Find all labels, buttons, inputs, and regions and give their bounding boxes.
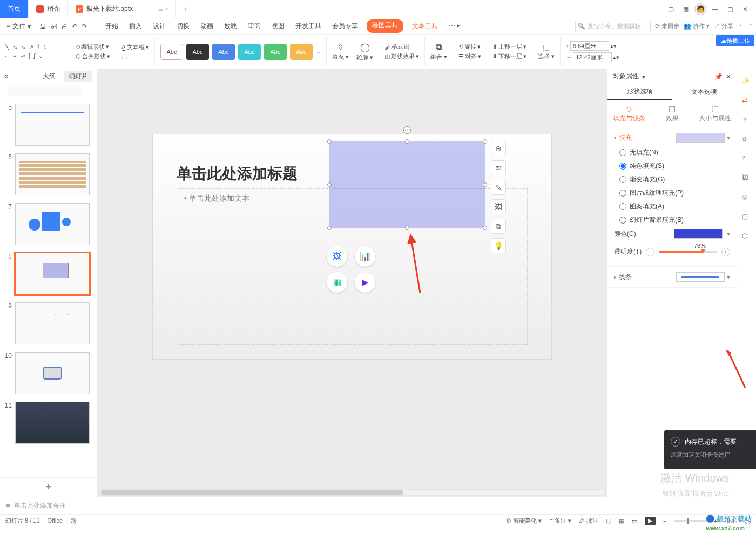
slide[interactable]: 单击此处添加标题 • 单击此处添加文本 ⟳ ⊖ ≋ ✎ 🖼 ⧉ 💡 <box>152 134 552 360</box>
horizontal-scrollbar[interactable] <box>99 489 605 496</box>
tab-home[interactable]: 首页 <box>0 0 29 18</box>
radio-pattern-fill[interactable]: 图案填充(A) <box>619 202 730 211</box>
notes-toggle[interactable]: ≡ 备注 ▾ <box>549 517 571 525</box>
mtab-insert[interactable]: 插入 <box>127 19 144 33</box>
window-layout-icon[interactable]: ▢ <box>664 3 677 16</box>
panel-pin-icon[interactable]: 📌 <box>714 73 723 80</box>
qat-print-icon[interactable]: 🗟 <box>50 23 57 30</box>
float-edit-icon[interactable]: ✎ <box>491 180 506 195</box>
rb-layers-icon[interactable]: ⧉ <box>742 135 752 145</box>
view-normal-icon[interactable]: ▢ <box>606 517 611 524</box>
insert-table-icon[interactable]: ▦ <box>327 272 347 293</box>
thumb-7[interactable] <box>15 203 90 245</box>
resize-handle-n[interactable] <box>405 139 409 144</box>
zoom-out[interactable]: − <box>663 518 666 524</box>
menu-more[interactable]: ⋮ <box>738 23 744 30</box>
slide-title-placeholder[interactable]: 单击此处添加标题 <box>177 164 298 184</box>
section-fill-header[interactable]: 填充 <box>619 133 632 143</box>
thumb-5[interactable] <box>15 104 90 146</box>
radio-bg-fill[interactable]: 幻灯片背景填充(B) <box>619 215 730 225</box>
section-line-header[interactable]: 线条 <box>619 273 632 282</box>
mtab-draw-tool[interactable]: 绘图工具 <box>367 19 403 33</box>
view-slideshow-icon[interactable]: ▶ <box>645 517 656 525</box>
smart-beautify[interactable]: ⚙ 智能美化 ▾ <box>506 517 542 525</box>
mtab-review[interactable]: 审阅 <box>246 19 263 33</box>
thumb-9[interactable]: -------- -------- -------- <box>15 302 90 344</box>
view-reading-icon[interactable]: ▭ <box>632 517 637 524</box>
rb-sparkle-icon[interactable]: ✨ <box>742 77 752 86</box>
rotate-handle[interactable]: ⟳ <box>403 126 411 134</box>
tab-add-button[interactable]: + <box>176 0 194 18</box>
mtab-transition[interactable]: 切换 <box>174 19 192 33</box>
nav-slides-tab[interactable]: 幻灯片 <box>64 71 92 82</box>
thumb-8[interactable] <box>15 253 90 295</box>
subtab-fill-line[interactable]: ◇填充与线条 <box>608 100 651 127</box>
insert-video-icon[interactable]: ▶ <box>355 272 375 293</box>
merge-shape-btn[interactable]: ⬡ 合并形状 ▾ <box>76 52 110 60</box>
send-backward-btn[interactable]: ⬇ 下移一层 ▾ <box>492 52 526 60</box>
mtab-more-icon[interactable]: ⋯ ▸ <box>447 19 462 33</box>
mtab-start[interactable]: 开始 <box>103 19 120 33</box>
float-idea-icon[interactable]: 💡 <box>491 238 506 253</box>
bring-forward-btn[interactable]: ⬆ 上移一层 ▾ <box>492 43 526 51</box>
combine-btn[interactable]: ⧉组合 ▾ <box>430 42 447 61</box>
tab-document[interactable]: P 极光下载站.pptx ☁ • <box>68 0 176 18</box>
rb-cube-icon[interactable]: ⬡ <box>742 232 752 242</box>
resize-handle-w[interactable] <box>327 182 332 187</box>
notes-pane[interactable]: ≣ 单击此处添加备注 <box>0 497 756 514</box>
mtab-view[interactable]: 视图 <box>269 19 287 33</box>
comments-toggle[interactable]: 🖊 批注 <box>579 517 598 525</box>
resize-handle-se[interactable] <box>483 226 487 230</box>
mtab-dev[interactable]: 开发工具 <box>293 19 323 33</box>
textbox-btn[interactable]: A̲ 文本框 ▾ <box>122 43 149 51</box>
window-maximize[interactable]: ▢ <box>724 3 737 16</box>
align-btn[interactable]: ☰ 对齐 ▾ <box>458 52 481 60</box>
apps-icon[interactable]: ▦ <box>679 3 692 16</box>
transparency-decrease[interactable]: − <box>646 248 654 256</box>
nav-outline-tab[interactable]: 大纲 <box>38 71 60 82</box>
style-5[interactable]: Abc <box>264 44 287 60</box>
resize-handle-e[interactable] <box>483 182 487 187</box>
search-input[interactable]: 🔍 查找命令、搜索模板 <box>575 21 651 32</box>
thumb-6[interactable] <box>15 153 90 195</box>
style-3[interactable]: Abc <box>212 44 235 60</box>
rb-help-icon[interactable]: ? <box>742 154 752 164</box>
radio-picture-fill[interactable]: 图片或纹理填充(P) <box>619 188 730 198</box>
thumb-partial[interactable] <box>8 85 82 96</box>
nav-collapse-icon[interactable]: « <box>4 72 8 80</box>
qat-redo-icon[interactable]: ↷ <box>82 23 87 30</box>
select-btn[interactable]: ⬚选择 ▾ <box>538 43 555 60</box>
file-menu[interactable]: ≡ 文件 ▾ <box>3 22 34 31</box>
qat-preview-icon[interactable]: 🖨 <box>61 23 68 30</box>
resize-handle-nw[interactable] <box>327 139 332 144</box>
cloud-upload-button[interactable]: ☁ 拖拽上传 <box>716 35 754 46</box>
avatar[interactable]: 🧑 <box>694 3 706 15</box>
sync-status[interactable]: ⟳ 未同步 <box>655 22 679 30</box>
height-input[interactable]: 6.64厘米 <box>570 41 609 51</box>
rb-target-icon[interactable]: ◎ <box>742 193 752 203</box>
mtab-animation[interactable]: 动画 <box>198 19 215 33</box>
window-minimize[interactable]: — <box>708 3 721 16</box>
color-picker[interactable] <box>674 229 723 239</box>
styles-more[interactable]: ⌄ <box>316 48 321 55</box>
tab-shape-options[interactable]: 形状选项 <box>608 84 672 100</box>
outline-btn[interactable]: ◯轮廓 ▾ <box>356 42 373 62</box>
subtab-effect[interactable]: ◫效果 <box>651 100 694 127</box>
float-collapse-icon[interactable]: ⊖ <box>491 141 506 156</box>
rb-present-icon[interactable]: ▢ <box>742 213 752 222</box>
width-input[interactable]: 12.42厘米 <box>573 52 612 62</box>
line-preview[interactable] <box>676 272 725 282</box>
tab-daoke[interactable]: 稻壳 <box>29 0 68 18</box>
float-layers-icon[interactable]: ≋ <box>491 160 506 175</box>
radio-solid-fill[interactable]: 纯色填充(S) <box>619 161 730 171</box>
shape-effect-btn[interactable]: ◫ 形状效果 ▾ <box>384 52 419 60</box>
view-sorter-icon[interactable]: ▦ <box>619 517 624 524</box>
tab-text-options[interactable]: 文本选项 <box>672 84 737 100</box>
resize-handle-s[interactable] <box>405 226 409 230</box>
style-6[interactable]: Abc <box>290 44 313 60</box>
subtab-size[interactable]: ⬚大小与属性 <box>693 100 737 127</box>
zoom-slider[interactable] <box>674 520 707 522</box>
rb-image-icon[interactable]: 🖼 <box>742 174 752 184</box>
transparency-slider[interactable]: 76% <box>659 251 717 253</box>
style-4[interactable]: Abc <box>238 44 261 60</box>
